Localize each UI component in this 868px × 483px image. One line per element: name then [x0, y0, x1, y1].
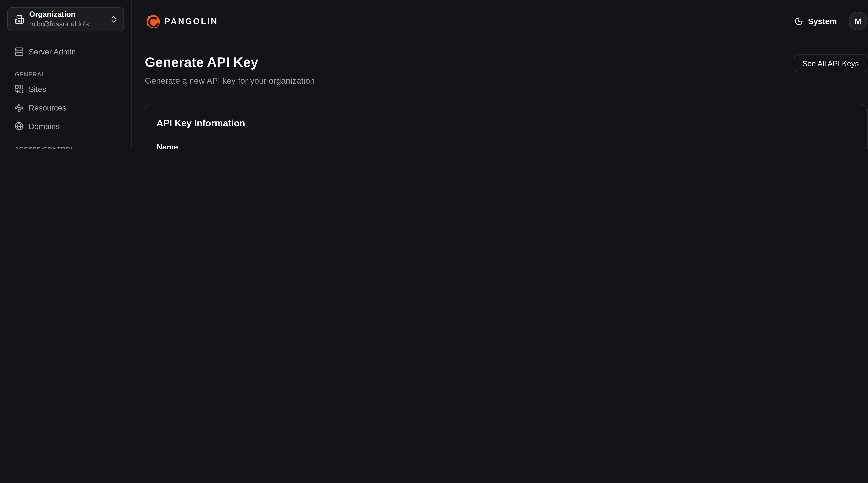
- chevrons-up-down-icon: [110, 15, 118, 24]
- theme-toggle[interactable]: System: [795, 17, 837, 26]
- waypoints-icon: [14, 103, 24, 112]
- see-all-api-keys-button[interactable]: See All API Keys: [794, 55, 867, 72]
- name-field-label: Name: [157, 142, 856, 149]
- sidebar-item-label: Server Admin: [29, 47, 76, 56]
- sidebar: Organization milo@fossorial.io's ... Ser…: [0, 0, 132, 149]
- sidebar-item-domains[interactable]: Domains: [7, 121, 124, 132]
- org-picker[interactable]: Organization milo@fossorial.io's ...: [7, 7, 124, 31]
- sites-icon: [14, 85, 24, 94]
- sidebar-item-label: Domains: [29, 122, 60, 131]
- main-area: PANGOLIN System M Generate API Key Gener…: [132, 0, 868, 149]
- globe-icon: [14, 122, 24, 131]
- sidebar-item-server-admin[interactable]: Server Admin: [7, 46, 124, 57]
- page-subtitle: Generate a new API key for your organiza…: [145, 76, 315, 85]
- topbar: PANGOLIN System M: [132, 0, 868, 42]
- server-icon: [14, 47, 24, 56]
- brand[interactable]: PANGOLIN: [145, 13, 218, 30]
- moon-icon: [795, 17, 804, 26]
- sidebar-item-sites[interactable]: Sites: [7, 84, 124, 95]
- avatar[interactable]: M: [849, 12, 867, 30]
- topbar-right: System M: [795, 12, 867, 30]
- page-head: Generate API Key Generate a new API key …: [132, 42, 868, 85]
- app-root: Organization milo@fossorial.io's ... Ser…: [0, 0, 868, 149]
- sidebar-nav: Server AdminGENERALSitesResourcesDomains…: [0, 31, 131, 149]
- building-icon: [14, 14, 24, 24]
- sidebar-item-resources[interactable]: Resources: [7, 102, 124, 113]
- org-picker-value: milo@fossorial.io's ...: [29, 20, 104, 29]
- page-title: Generate API Key: [145, 55, 315, 70]
- page-content: API Key Information Name Permissions Det…: [132, 104, 868, 149]
- sidebar-item-label: Resources: [29, 103, 66, 112]
- org-picker-text: Organization milo@fossorial.io's ...: [29, 10, 104, 28]
- sidebar-section-label: GENERAL: [14, 71, 124, 77]
- avatar-initial: M: [855, 17, 861, 26]
- api-key-information-title: API Key Information: [157, 118, 856, 128]
- theme-toggle-label: System: [808, 17, 837, 26]
- page-head-text: Generate API Key Generate a new API key …: [145, 55, 315, 85]
- org-picker-label: Organization: [29, 10, 104, 20]
- api-key-information-card: API Key Information Name: [145, 104, 868, 149]
- brand-name: PANGOLIN: [164, 16, 218, 26]
- pangolin-logo: [145, 13, 162, 30]
- sidebar-section-label: ACCESS CONTROL: [14, 145, 124, 149]
- sidebar-item-label: Sites: [29, 85, 46, 94]
